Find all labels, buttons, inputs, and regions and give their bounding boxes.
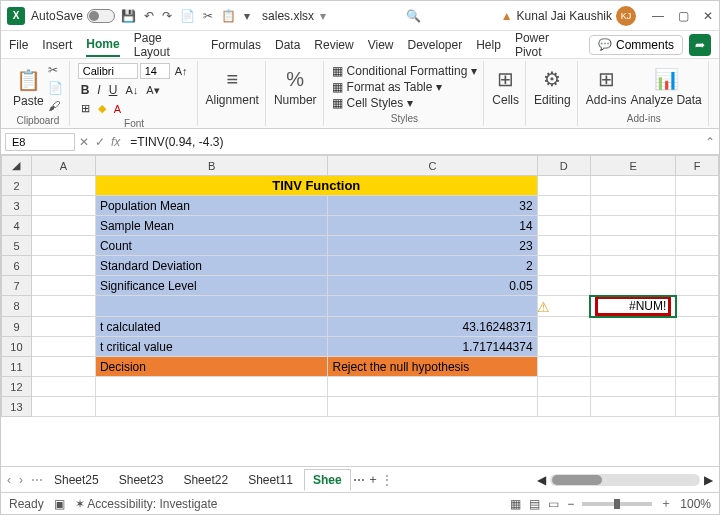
cancel-icon[interactable]: ✕ — [79, 135, 89, 149]
cell-b10[interactable]: t critical value — [95, 337, 328, 357]
font-name-select[interactable]: Calibri — [78, 63, 138, 79]
cell-b4[interactable]: Sample Mean — [95, 216, 328, 236]
editing-button[interactable]: ⚙Editing — [534, 67, 571, 107]
cells-button[interactable]: ⊞Cells — [492, 67, 519, 107]
tab-home[interactable]: Home — [86, 33, 119, 57]
cell-c10[interactable]: 1.717144374 — [328, 337, 537, 357]
close-icon[interactable]: ✕ — [703, 9, 713, 23]
cell-c6[interactable]: 2 — [328, 256, 537, 276]
cell-styles-button[interactable]: ▦Cell Styles ▾ — [332, 96, 478, 110]
scroll-left-icon[interactable]: ◀ — [537, 473, 546, 487]
page-layout-icon[interactable]: ▤ — [529, 497, 540, 511]
font-size-select[interactable]: 14 — [140, 63, 170, 79]
cell-c3[interactable]: 32 — [328, 196, 537, 216]
autosave-toggle[interactable]: AutoSave — [31, 9, 115, 23]
share-button[interactable]: ➦ — [689, 34, 711, 56]
maximize-icon[interactable]: ▢ — [678, 9, 689, 23]
col-header-b[interactable]: B — [95, 156, 328, 176]
italic-button[interactable]: I — [94, 82, 103, 98]
new-sheet-icon[interactable]: ＋ — [367, 471, 379, 488]
sheet-tab[interactable]: Sheet11 — [239, 469, 302, 491]
cell-b9[interactable]: t calculated — [95, 317, 328, 337]
macro-record-icon[interactable]: ▣ — [54, 497, 65, 511]
fill-color-button[interactable]: ◆ — [95, 101, 109, 116]
analyze-data-button[interactable]: 📊Analyze Data — [630, 67, 701, 107]
col-header-a[interactable]: A — [31, 156, 95, 176]
conditional-formatting-button[interactable]: ▦Conditional Formatting ▾ — [332, 64, 478, 78]
border-button[interactable]: ⊞ — [78, 101, 93, 116]
zoom-out-icon[interactable]: − — [567, 497, 574, 511]
sheet-overflow-icon[interactable]: ⋯ — [353, 473, 365, 487]
cell-c9[interactable]: 43.16248371 — [328, 317, 537, 337]
tab-help[interactable]: Help — [476, 34, 501, 56]
toggle-off-icon[interactable] — [87, 9, 115, 23]
cell-c7[interactable]: 0.05 — [328, 276, 537, 296]
sheet-prev-icon[interactable]: ‹ — [7, 473, 11, 487]
col-header-f[interactable]: F — [676, 156, 719, 176]
zoom-in-icon[interactable]: ＋ — [660, 495, 672, 512]
cell-title[interactable]: TINV Function — [95, 176, 537, 196]
bold-button[interactable]: B — [78, 82, 93, 98]
tab-view[interactable]: View — [368, 34, 394, 56]
paste-icon[interactable]: 📋 — [221, 9, 236, 23]
alignment-button[interactable]: ≡Alignment — [206, 68, 259, 107]
cut-icon[interactable]: ✂ — [203, 9, 213, 23]
increase-font-icon[interactable]: A↑ — [172, 64, 191, 78]
cell-e8-selected[interactable]: #NUM! — [590, 296, 675, 317]
normal-view-icon[interactable]: ▦ — [510, 497, 521, 511]
col-header-d[interactable]: D — [537, 156, 590, 176]
font-style-icon[interactable]: A▾ — [143, 83, 162, 98]
tab-developer[interactable]: Developer — [407, 34, 462, 56]
format-as-table-button[interactable]: ▦Format as Table ▾ — [332, 80, 478, 94]
decrease-font-icon[interactable]: A↓ — [122, 83, 141, 97]
zoom-slider[interactable] — [582, 502, 652, 506]
cell-c5[interactable]: 23 — [328, 236, 537, 256]
font-color-button[interactable]: A — [111, 102, 124, 116]
cell-b7[interactable]: Significance Level — [95, 276, 328, 296]
tab-powerpivot[interactable]: Power Pivot — [515, 27, 575, 63]
cell-b3[interactable]: Population Mean — [95, 196, 328, 216]
scroll-thumb[interactable] — [552, 475, 602, 485]
scroll-right-icon[interactable]: ▶ — [704, 473, 713, 487]
copy-icon[interactable]: 📄 — [48, 81, 63, 95]
tab-pagelayout[interactable]: Page Layout — [134, 27, 197, 63]
select-all-corner[interactable]: ◢ — [2, 156, 32, 176]
cell-b6[interactable]: Standard Deviation — [95, 256, 328, 276]
col-header-c[interactable]: C — [328, 156, 537, 176]
save-icon[interactable]: 💾 — [121, 9, 136, 23]
tab-insert[interactable]: Insert — [42, 34, 72, 56]
undo-icon[interactable]: ↶ — [144, 9, 154, 23]
sheet-next-icon[interactable]: › — [19, 473, 23, 487]
redo-icon[interactable]: ↷ — [162, 9, 172, 23]
underline-button[interactable]: U — [106, 82, 121, 98]
enter-icon[interactable]: ✓ — [95, 135, 105, 149]
sheet-tab[interactable]: Sheet25 — [45, 469, 108, 491]
name-box[interactable]: E8 — [5, 133, 75, 151]
paste-button[interactable]: 📋Paste — [13, 68, 44, 108]
spreadsheet-grid[interactable]: ⚠ ◢ A B C D E F 2TINV Function 3Populati… — [1, 155, 719, 466]
cut-icon[interactable]: ✂ — [48, 63, 63, 77]
tab-data[interactable]: Data — [275, 34, 300, 56]
sheet-tab[interactable]: Sheet22 — [174, 469, 237, 491]
cell-b5[interactable]: Count — [95, 236, 328, 256]
sheet-tab-active[interactable]: Shee — [304, 469, 351, 491]
format-painter-icon[interactable]: 🖌 — [48, 99, 63, 113]
cell-b11[interactable]: Decision — [95, 357, 328, 377]
sheet-more-icon[interactable]: ⋯ — [31, 473, 43, 487]
tab-file[interactable]: File — [9, 34, 28, 56]
number-button[interactable]: %Number — [274, 68, 317, 107]
search-icon[interactable]: 🔍 — [406, 9, 421, 23]
addins-button[interactable]: ⊞Add-ins — [586, 67, 627, 107]
cell-c4[interactable]: 14 — [328, 216, 537, 236]
minimize-icon[interactable]: ― — [652, 9, 664, 23]
accessibility-status[interactable]: ✶ Accessibility: Investigate — [75, 497, 218, 511]
expand-formula-icon[interactable]: ⌃ — [705, 135, 715, 149]
sheet-tab[interactable]: Sheet23 — [110, 469, 173, 491]
comments-button[interactable]: 💬 Comments — [589, 35, 683, 55]
copy-icon[interactable]: 📄 — [180, 9, 195, 23]
chevron-down-icon[interactable]: ▾ — [244, 9, 250, 23]
zoom-level[interactable]: 100% — [680, 497, 711, 511]
error-warning-icon[interactable]: ⚠ — [537, 299, 550, 315]
page-break-icon[interactable]: ▭ — [548, 497, 559, 511]
col-header-e[interactable]: E — [590, 156, 675, 176]
